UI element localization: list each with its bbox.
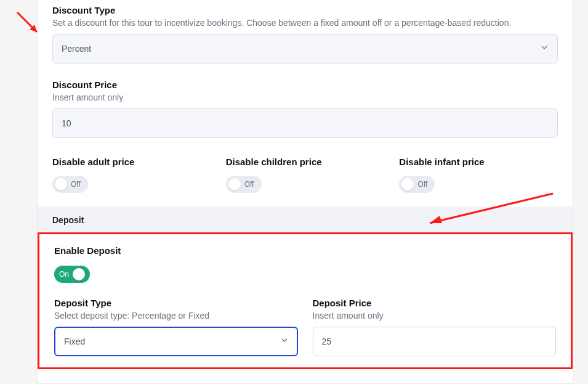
toggle-state-label: Off [417, 180, 427, 189]
annotation-arrow-2 [424, 191, 557, 228]
svg-line-2 [430, 194, 553, 223]
toggle-knob [401, 178, 414, 190]
disable-infant-toggle[interactable]: Off [399, 176, 435, 193]
svg-marker-3 [430, 216, 442, 223]
deposit-price-label: Deposit Price [313, 298, 557, 308]
disable-children-toggle[interactable]: Off [226, 176, 262, 193]
disable-infant-label: Disable infant price [399, 157, 558, 167]
disable-adult-toggle[interactable]: Off [52, 176, 88, 193]
deposit-price-input[interactable] [313, 327, 557, 356]
toggle-knob [55, 178, 67, 190]
toggle-state-label: Off [244, 180, 254, 189]
enable-deposit-toggle[interactable]: On [54, 266, 90, 283]
toggle-state-label: Off [71, 180, 81, 189]
disable-children-label: Disable children price [226, 157, 385, 167]
discount-type-label: Discount Type [52, 5, 558, 15]
discount-price-label: Discount Price [52, 80, 558, 90]
discount-type-help: Set a discount for this tour to incentiv… [52, 18, 558, 28]
toggle-knob [228, 178, 241, 190]
enable-deposit-label: Enable Deposit [54, 245, 556, 256]
discount-type-select[interactable]: Percent [52, 34, 558, 63]
toggle-state-label: On [57, 270, 69, 279]
deposit-type-value: Fixed [64, 337, 85, 346]
discount-price-help: Insert amount only [52, 92, 558, 102]
annotation-arrow-1 [16, 11, 41, 36]
deposit-type-select[interactable]: Fixed [54, 327, 298, 356]
discount-price-input[interactable] [52, 108, 558, 138]
deposit-type-label: Deposit Type [54, 298, 298, 308]
disable-adult-label: Disable adult price [52, 157, 211, 167]
deposit-highlight-box: Enable Deposit On Deposit Type Select de… [38, 232, 573, 369]
deposit-type-help: Select deposit type: Percentage or Fixed [54, 311, 298, 321]
discount-type-value: Percent [62, 44, 91, 54]
toggle-knob [73, 268, 85, 280]
deposit-price-help: Insert amount only [313, 311, 557, 321]
